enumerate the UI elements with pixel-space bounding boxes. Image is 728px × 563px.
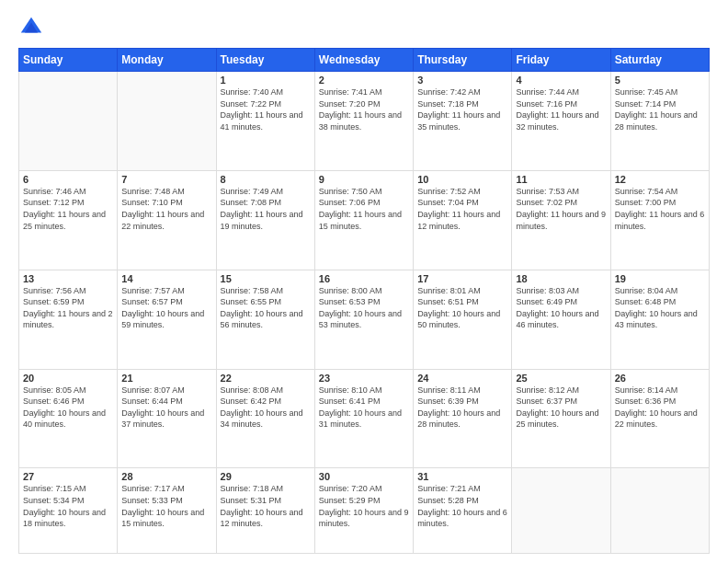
weekday-header-saturday: Saturday bbox=[610, 49, 709, 72]
day-number: 13 bbox=[23, 273, 113, 284]
day-cell: 20Sunrise: 8:05 AM Sunset: 6:46 PM Dayli… bbox=[19, 369, 118, 468]
day-number: 26 bbox=[615, 373, 705, 384]
day-number: 15 bbox=[221, 273, 311, 284]
day-cell: 18Sunrise: 8:03 AM Sunset: 6:49 PM Dayli… bbox=[512, 270, 610, 369]
day-info: Sunrise: 7:41 AM Sunset: 7:20 PM Dayligh… bbox=[319, 86, 409, 132]
day-cell: 14Sunrise: 7:57 AM Sunset: 6:57 PM Dayli… bbox=[118, 270, 216, 369]
day-number: 14 bbox=[121, 273, 211, 284]
day-number: 17 bbox=[417, 273, 507, 284]
weekday-header-thursday: Thursday bbox=[414, 49, 512, 72]
logo bbox=[18, 15, 48, 40]
day-cell: 13Sunrise: 7:56 AM Sunset: 6:59 PM Dayli… bbox=[19, 270, 118, 369]
day-cell: 25Sunrise: 8:12 AM Sunset: 6:37 PM Dayli… bbox=[512, 369, 610, 468]
day-info: Sunrise: 7:46 AM Sunset: 7:12 PM Dayligh… bbox=[23, 186, 113, 232]
day-number: 31 bbox=[417, 471, 507, 482]
day-number: 27 bbox=[23, 471, 113, 482]
day-cell: 22Sunrise: 8:08 AM Sunset: 6:42 PM Dayli… bbox=[216, 369, 314, 468]
day-number: 4 bbox=[516, 75, 606, 86]
day-number: 5 bbox=[615, 75, 705, 86]
day-number: 19 bbox=[615, 273, 705, 284]
day-info: Sunrise: 7:17 AM Sunset: 5:33 PM Dayligh… bbox=[121, 483, 211, 529]
week-row-1: 1Sunrise: 7:40 AM Sunset: 7:22 PM Daylig… bbox=[19, 72, 710, 171]
day-number: 8 bbox=[221, 174, 311, 185]
day-number: 20 bbox=[23, 373, 113, 384]
day-cell: 1Sunrise: 7:40 AM Sunset: 7:22 PM Daylig… bbox=[216, 72, 314, 171]
day-cell: 12Sunrise: 7:54 AM Sunset: 7:00 PM Dayli… bbox=[610, 170, 709, 270]
day-cell: 6Sunrise: 7:46 AM Sunset: 7:12 PM Daylig… bbox=[19, 170, 118, 270]
day-cell: 19Sunrise: 8:04 AM Sunset: 6:48 PM Dayli… bbox=[610, 270, 709, 369]
day-cell: 29Sunrise: 7:18 AM Sunset: 5:31 PM Dayli… bbox=[216, 468, 314, 554]
day-number: 7 bbox=[121, 174, 211, 185]
day-info: Sunrise: 7:53 AM Sunset: 7:02 PM Dayligh… bbox=[516, 186, 606, 232]
day-info: Sunrise: 7:18 AM Sunset: 5:31 PM Dayligh… bbox=[221, 483, 311, 529]
week-row-4: 20Sunrise: 8:05 AM Sunset: 6:46 PM Dayli… bbox=[19, 369, 710, 468]
weekday-header-row: SundayMondayTuesdayWednesdayThursdayFrid… bbox=[19, 49, 710, 72]
day-number: 23 bbox=[319, 373, 409, 384]
day-info: Sunrise: 7:20 AM Sunset: 5:29 PM Dayligh… bbox=[319, 483, 409, 529]
day-info: Sunrise: 7:58 AM Sunset: 6:55 PM Dayligh… bbox=[221, 285, 311, 331]
day-cell: 16Sunrise: 8:00 AM Sunset: 6:53 PM Dayli… bbox=[314, 270, 413, 369]
day-number: 1 bbox=[221, 75, 311, 86]
day-info: Sunrise: 8:11 AM Sunset: 6:39 PM Dayligh… bbox=[417, 385, 507, 431]
day-number: 30 bbox=[319, 471, 409, 482]
day-info: Sunrise: 7:50 AM Sunset: 7:06 PM Dayligh… bbox=[319, 186, 409, 232]
day-cell: 26Sunrise: 8:14 AM Sunset: 6:36 PM Dayli… bbox=[610, 369, 709, 468]
day-number: 21 bbox=[121, 373, 211, 384]
day-info: Sunrise: 7:15 AM Sunset: 5:34 PM Dayligh… bbox=[23, 483, 113, 529]
week-row-5: 27Sunrise: 7:15 AM Sunset: 5:34 PM Dayli… bbox=[19, 468, 710, 554]
day-cell: 27Sunrise: 7:15 AM Sunset: 5:34 PM Dayli… bbox=[19, 468, 118, 554]
day-number: 18 bbox=[516, 273, 606, 284]
day-info: Sunrise: 8:07 AM Sunset: 6:44 PM Dayligh… bbox=[121, 385, 211, 431]
day-info: Sunrise: 7:48 AM Sunset: 7:10 PM Dayligh… bbox=[121, 186, 211, 232]
day-cell: 11Sunrise: 7:53 AM Sunset: 7:02 PM Dayli… bbox=[512, 170, 610, 270]
calendar-table: SundayMondayTuesdayWednesdayThursdayFrid… bbox=[18, 48, 710, 554]
day-info: Sunrise: 8:03 AM Sunset: 6:49 PM Dayligh… bbox=[516, 285, 606, 331]
day-info: Sunrise: 8:12 AM Sunset: 6:37 PM Dayligh… bbox=[516, 385, 606, 431]
day-cell: 28Sunrise: 7:17 AM Sunset: 5:33 PM Dayli… bbox=[118, 468, 216, 554]
day-cell: 21Sunrise: 8:07 AM Sunset: 6:44 PM Dayli… bbox=[118, 369, 216, 468]
day-info: Sunrise: 7:44 AM Sunset: 7:16 PM Dayligh… bbox=[516, 86, 606, 132]
day-cell: 5Sunrise: 7:45 AM Sunset: 7:14 PM Daylig… bbox=[610, 72, 709, 171]
day-number: 24 bbox=[417, 373, 507, 384]
day-info: Sunrise: 8:04 AM Sunset: 6:48 PM Dayligh… bbox=[615, 285, 705, 331]
day-cell: 7Sunrise: 7:48 AM Sunset: 7:10 PM Daylig… bbox=[118, 170, 216, 270]
week-row-3: 13Sunrise: 7:56 AM Sunset: 6:59 PM Dayli… bbox=[19, 270, 710, 369]
day-cell: 10Sunrise: 7:52 AM Sunset: 7:04 PM Dayli… bbox=[414, 170, 512, 270]
day-info: Sunrise: 8:14 AM Sunset: 6:36 PM Dayligh… bbox=[615, 385, 705, 431]
day-cell: 24Sunrise: 8:11 AM Sunset: 6:39 PM Dayli… bbox=[414, 369, 512, 468]
day-info: Sunrise: 7:49 AM Sunset: 7:08 PM Dayligh… bbox=[221, 186, 311, 232]
day-number: 2 bbox=[319, 75, 409, 86]
day-number: 16 bbox=[319, 273, 409, 284]
day-cell: 15Sunrise: 7:58 AM Sunset: 6:55 PM Dayli… bbox=[216, 270, 314, 369]
day-number: 22 bbox=[221, 373, 311, 384]
page: SundayMondayTuesdayWednesdayThursdayFrid… bbox=[0, 0, 728, 563]
day-info: Sunrise: 7:45 AM Sunset: 7:14 PM Dayligh… bbox=[615, 86, 705, 132]
day-info: Sunrise: 7:57 AM Sunset: 6:57 PM Dayligh… bbox=[121, 285, 211, 331]
header bbox=[18, 15, 710, 40]
day-cell: 3Sunrise: 7:42 AM Sunset: 7:18 PM Daylig… bbox=[414, 72, 512, 171]
logo-icon bbox=[18, 15, 44, 40]
day-number: 25 bbox=[516, 373, 606, 384]
day-info: Sunrise: 7:42 AM Sunset: 7:18 PM Dayligh… bbox=[417, 86, 507, 132]
day-info: Sunrise: 8:10 AM Sunset: 6:41 PM Dayligh… bbox=[319, 385, 409, 431]
day-info: Sunrise: 8:00 AM Sunset: 6:53 PM Dayligh… bbox=[319, 285, 409, 331]
day-cell: 30Sunrise: 7:20 AM Sunset: 5:29 PM Dayli… bbox=[314, 468, 413, 554]
day-info: Sunrise: 8:01 AM Sunset: 6:51 PM Dayligh… bbox=[417, 285, 507, 331]
day-cell bbox=[118, 72, 216, 171]
day-info: Sunrise: 7:56 AM Sunset: 6:59 PM Dayligh… bbox=[23, 285, 113, 331]
week-row-2: 6Sunrise: 7:46 AM Sunset: 7:12 PM Daylig… bbox=[19, 170, 710, 270]
day-number: 3 bbox=[417, 75, 507, 86]
day-number: 28 bbox=[121, 471, 211, 482]
day-number: 6 bbox=[23, 174, 113, 185]
weekday-header-friday: Friday bbox=[512, 49, 610, 72]
weekday-header-monday: Monday bbox=[118, 49, 216, 72]
day-info: Sunrise: 8:08 AM Sunset: 6:42 PM Dayligh… bbox=[221, 385, 311, 431]
day-cell: 2Sunrise: 7:41 AM Sunset: 7:20 PM Daylig… bbox=[314, 72, 413, 171]
day-number: 11 bbox=[516, 174, 606, 185]
day-cell bbox=[19, 72, 118, 171]
day-number: 29 bbox=[221, 471, 311, 482]
weekday-header-sunday: Sunday bbox=[19, 49, 118, 72]
day-number: 12 bbox=[615, 174, 705, 185]
day-info: Sunrise: 7:52 AM Sunset: 7:04 PM Dayligh… bbox=[417, 186, 507, 232]
weekday-header-tuesday: Tuesday bbox=[216, 49, 314, 72]
